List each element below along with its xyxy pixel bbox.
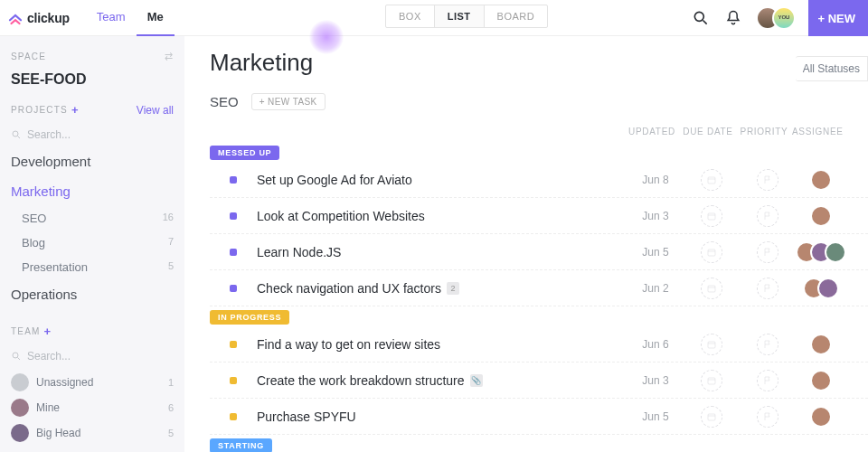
col-assignee: ASSIGNEE — [792, 127, 843, 137]
task-name: Look at Competition Websites — [257, 209, 425, 223]
team-item[interactable]: Big Head5 — [11, 420, 174, 446]
team-label: TEAM — [11, 326, 41, 336]
status-square[interactable] — [230, 377, 237, 384]
svg-rect-14 — [708, 342, 715, 348]
task-updated: Jun 2 — [627, 282, 684, 295]
search-icon[interactable] — [691, 8, 711, 28]
status-square[interactable] — [230, 249, 237, 256]
col-priority: PRIORITY — [736, 127, 792, 137]
task-assignees[interactable] — [796, 406, 846, 428]
priority-placeholder[interactable] — [757, 241, 778, 263]
status-square[interactable] — [230, 176, 237, 184]
assignee-avatar[interactable] — [817, 278, 839, 299]
assignee-avatar[interactable] — [810, 406, 832, 428]
priority-placeholder[interactable] — [757, 406, 778, 428]
projects-view-all[interactable]: View all — [137, 104, 174, 117]
task-assignees[interactable] — [796, 278, 846, 299]
assignee-avatar[interactable] — [810, 370, 832, 391]
assignee-avatar[interactable] — [810, 205, 832, 227]
topbar: clickup Team Me BOX LIST BOARD + NEW — [0, 0, 868, 36]
project-development[interactable]: Development — [11, 148, 174, 174]
team-item[interactable]: Mine6 — [11, 395, 174, 420]
priority-placeholder[interactable] — [757, 169, 778, 191]
avatar-stack[interactable] — [756, 6, 796, 30]
view-box[interactable]: BOX — [386, 5, 435, 27]
task-updated: Jun 3 — [627, 210, 684, 222]
svg-rect-18 — [708, 414, 715, 420]
task-assignees[interactable] — [796, 241, 846, 263]
task-row[interactable]: Purchase SPYFUJun 5 — [210, 399, 868, 435]
due-date-placeholder[interactable] — [701, 278, 722, 299]
all-statuses-button[interactable]: All Statuses — [796, 56, 868, 81]
task-assignees[interactable] — [796, 205, 846, 227]
project-search[interactable]: Search... — [11, 125, 174, 145]
list-header: SEO + NEW TASK — [210, 93, 868, 110]
task-assignees[interactable] — [796, 334, 846, 355]
list-seo[interactable]: SEO16 — [11, 208, 174, 229]
space-name[interactable]: SEE-FOOD — [11, 71, 174, 88]
new-button[interactable]: + NEW — [808, 0, 868, 36]
task-assignees[interactable] — [796, 169, 846, 191]
logo-text: clickup — [27, 11, 70, 25]
logo[interactable]: clickup — [7, 10, 70, 26]
task-name: Purchase SPYFU — [257, 410, 356, 424]
status-square[interactable] — [230, 212, 237, 220]
list-presentation[interactable]: Presentation5 — [11, 257, 174, 278]
task-name: Set up Google Ad for Aviato — [257, 173, 412, 187]
space-collapse-icon[interactable]: ⇄ — [165, 51, 174, 62]
new-task-button[interactable]: + NEW TASK — [251, 93, 326, 110]
task-updated: Jun 5 — [627, 410, 684, 423]
task-name: Check navigation and UX factors — [257, 281, 441, 296]
team-item[interactable]: Unassigned1 — [11, 370, 174, 395]
due-date-placeholder[interactable] — [701, 205, 722, 227]
due-date-placeholder[interactable] — [701, 406, 722, 428]
task-row[interactable]: Create the work breakdown structure📎Jun … — [210, 363, 868, 399]
status-pill[interactable]: MESSED UP — [210, 146, 279, 160]
tab-me[interactable]: Me — [137, 0, 175, 36]
projects-label: PROJECTS — [11, 105, 68, 115]
status-square[interactable] — [230, 341, 237, 348]
due-date-placeholder[interactable] — [701, 241, 722, 263]
add-project-icon[interactable]: + — [71, 103, 79, 117]
priority-placeholder[interactable] — [757, 370, 778, 391]
status-pill[interactable]: STARTING — [210, 438, 272, 452]
list-name[interactable]: SEO — [210, 94, 239, 109]
task-row[interactable]: Set up Google Ad for AviatoJun 8 — [210, 162, 868, 198]
main: Marketing All Statuses SEO + NEW TASK UP… — [184, 36, 868, 452]
priority-placeholder[interactable] — [757, 278, 778, 299]
assignee-avatar[interactable] — [810, 169, 832, 191]
project-operations[interactable]: Operations — [11, 281, 174, 307]
status-square[interactable] — [230, 413, 237, 420]
svg-line-3 — [18, 137, 21, 139]
task-row[interactable]: Check navigation and UX factors2Jun 2 — [210, 270, 868, 306]
view-board[interactable]: BOARD — [485, 5, 548, 27]
assignee-avatar[interactable] — [825, 241, 846, 263]
due-date-placeholder[interactable] — [701, 169, 722, 191]
team-search[interactable]: Search... — [11, 346, 174, 366]
search-icon — [11, 351, 22, 362]
task-row[interactable]: Look at Competition WebsitesJun 3 — [210, 198, 868, 234]
svg-rect-16 — [708, 378, 715, 384]
team-item-name: Mine — [36, 401, 60, 414]
priority-placeholder[interactable] — [757, 334, 778, 355]
assignee-avatar[interactable] — [810, 334, 832, 355]
add-team-icon[interactable]: + — [44, 325, 52, 338]
list-blog[interactable]: Blog7 — [11, 232, 174, 253]
task-assignees[interactable] — [796, 370, 846, 391]
avatar — [11, 399, 29, 417]
due-date-placeholder[interactable] — [701, 334, 722, 355]
task-row[interactable]: Learn Node.JSJun 5 — [210, 234, 868, 270]
avatar — [11, 424, 29, 442]
view-list[interactable]: LIST — [435, 5, 485, 27]
task-row[interactable]: Find a way to get on review sitesJun 6 — [210, 326, 868, 363]
status-square[interactable] — [230, 285, 237, 292]
project-marketing[interactable]: Marketing — [11, 178, 174, 204]
tab-team[interactable]: Team — [86, 0, 137, 36]
search-icon — [11, 129, 22, 140]
status-pill[interactable]: IN PROGRESS — [210, 310, 289, 325]
svg-line-1 — [703, 21, 707, 24]
due-date-placeholder[interactable] — [701, 370, 722, 391]
svg-line-5 — [18, 358, 21, 361]
bell-icon[interactable] — [723, 8, 743, 28]
priority-placeholder[interactable] — [757, 205, 778, 227]
